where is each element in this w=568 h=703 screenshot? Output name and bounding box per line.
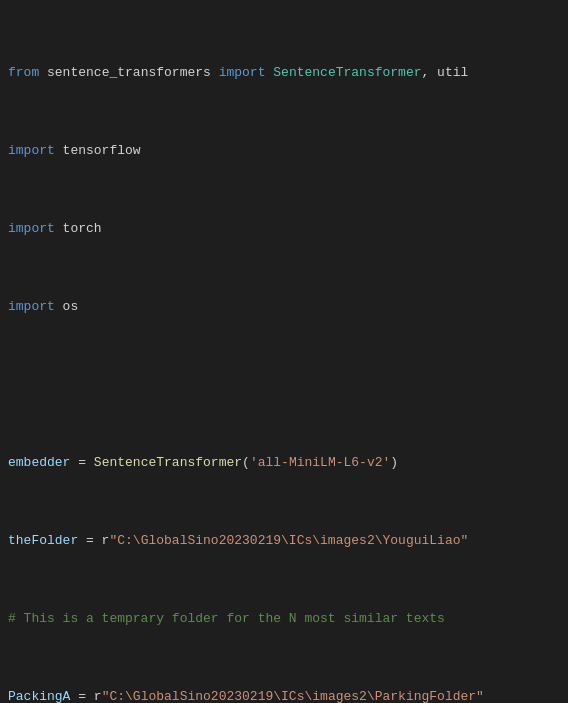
line-5	[0, 375, 568, 395]
line-6: embedder = SentenceTransformer('all-Mini…	[0, 453, 568, 473]
line-3: import torch	[0, 219, 568, 239]
line-9: PackingA = r"C:\GlobalSino20230219\ICs\i…	[0, 687, 568, 704]
line-1: from sentence_transformers import Senten…	[0, 63, 568, 83]
code-editor: from sentence_transformers import Senten…	[0, 0, 568, 703]
line-4: import os	[0, 297, 568, 317]
line-2: import tensorflow	[0, 141, 568, 161]
line-7: theFolder = r"C:\GlobalSino20230219\ICs\…	[0, 531, 568, 551]
line-8: # This is a temprary folder for the N mo…	[0, 609, 568, 629]
